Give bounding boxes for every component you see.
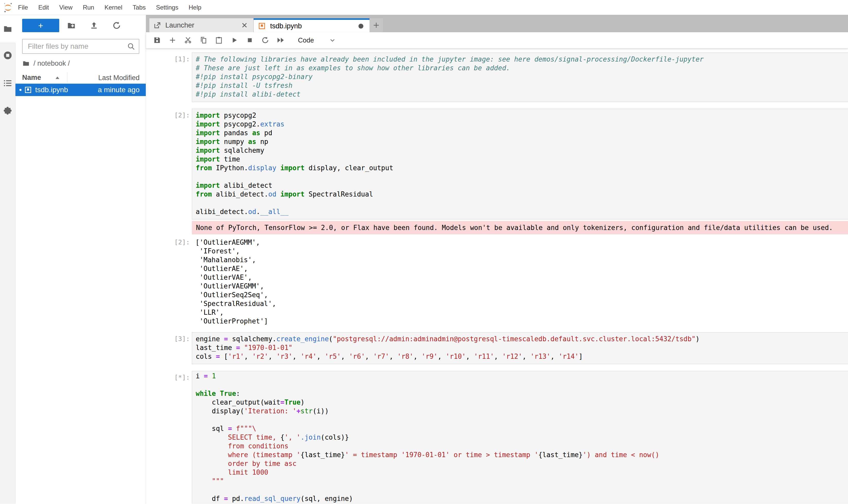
code-line bbox=[196, 172, 848, 181]
output-text: ['OutlierAEGMM', 'IForest', 'Mahalanobis… bbox=[192, 238, 848, 325]
code-line bbox=[196, 199, 848, 207]
stop-circle-icon[interactable] bbox=[3, 51, 13, 60]
output-line: 'OutlierSeq2Seq', bbox=[196, 290, 848, 299]
folder-icon[interactable] bbox=[3, 24, 13, 34]
output-line: 'OutlierVAE', bbox=[196, 273, 848, 282]
tab-notebook-tsdb[interactable]: tsdb.ipynb bbox=[254, 18, 369, 32]
input-prompt: [3]: bbox=[146, 332, 192, 364]
file-browser-panel: + bbox=[15, 15, 146, 504]
puzzle-icon[interactable] bbox=[3, 106, 13, 115]
restart-kernel-button[interactable] bbox=[261, 36, 270, 44]
cell-editor[interactable]: import psycopg2import psycopg2.extrasimp… bbox=[192, 109, 848, 219]
dock-tab-bar: Launcher ✕ tsdb.ipynb bbox=[146, 15, 848, 32]
code-line: import psycopg2.extras bbox=[196, 120, 848, 128]
input-prompt: [*]: bbox=[146, 371, 192, 504]
menu-item-help[interactable]: Help bbox=[183, 4, 206, 11]
upload-icon[interactable] bbox=[89, 20, 100, 31]
code-line: df['time'] = pd.to_datetime(df['time']) bbox=[196, 503, 848, 504]
code-line: import alibi_detect bbox=[196, 181, 848, 190]
run-cell-button[interactable] bbox=[230, 36, 239, 44]
plus-icon bbox=[372, 21, 380, 29]
file-list-header: Name Last Modified bbox=[15, 72, 146, 84]
cell-output-row: [2]:['OutlierAEGMM', 'IForest', 'Mahalan… bbox=[146, 238, 848, 325]
breadcrumb-path: / notebook / bbox=[34, 59, 70, 68]
unsaved-changes-dot[interactable] bbox=[359, 24, 363, 29]
menu-item-kernel[interactable]: Kernel bbox=[100, 4, 127, 11]
new-tab-button[interactable] bbox=[369, 18, 383, 32]
breadcrumb[interactable]: / notebook / bbox=[22, 59, 146, 67]
menu-item-settings[interactable]: Settings bbox=[151, 4, 184, 11]
save-button[interactable] bbox=[153, 36, 161, 44]
code-line: alibi_detect.od.__all__ bbox=[196, 207, 848, 216]
output-line: ['OutlierAEGMM', bbox=[196, 238, 848, 247]
paste-cells-button[interactable] bbox=[215, 36, 223, 44]
cell-editor[interactable]: engine = sqlalchemy.create_engine("postg… bbox=[192, 332, 848, 364]
launcher-icon bbox=[154, 21, 161, 29]
code-line: i = 1 bbox=[196, 372, 848, 380]
output-line: 'IForest', bbox=[196, 247, 848, 255]
cell-editor[interactable]: # The following libraries have already b… bbox=[192, 53, 848, 102]
cell-type-dropdown[interactable]: Code bbox=[298, 36, 336, 44]
new-folder-icon[interactable] bbox=[66, 20, 77, 31]
stop-kernel-button[interactable] bbox=[246, 36, 254, 44]
file-filter-input[interactable] bbox=[22, 39, 139, 54]
tab-label: Launcher bbox=[165, 21, 194, 29]
input-prompt: [1]: bbox=[146, 53, 192, 102]
tab-label: tsdb.ipynb bbox=[270, 22, 302, 30]
menu-item-view[interactable]: View bbox=[54, 4, 78, 11]
column-header-modified[interactable]: Last Modified bbox=[68, 72, 146, 84]
output-prompt: [2]: bbox=[146, 238, 192, 325]
search-icon bbox=[127, 42, 136, 51]
output-line: 'Mahalanobis', bbox=[196, 255, 848, 264]
code-line: engine = sqlalchemy.create_engine("postg… bbox=[196, 335, 848, 343]
cell-editor[interactable]: i = 1while True: clear_output(wait=True)… bbox=[192, 371, 848, 504]
add-cell-button[interactable] bbox=[168, 36, 177, 44]
code-line: display('Iteration: '+str(i)) bbox=[196, 407, 848, 415]
notebook-cells: [1]:# The following libraries have alrea… bbox=[146, 53, 848, 504]
notebook-cell-3: [3]:engine = sqlalchemy.create_engine("p… bbox=[146, 332, 848, 364]
list-icon[interactable] bbox=[3, 78, 13, 88]
code-line: from alibi_detect.od import SpectralResi… bbox=[196, 190, 848, 199]
file-browser-toolbar: + bbox=[15, 19, 146, 32]
code-line: # These are just left in as examples to … bbox=[196, 64, 848, 72]
code-line: while True: bbox=[196, 389, 848, 398]
cut-cells-button[interactable] bbox=[184, 36, 192, 44]
jupyter-logo-icon bbox=[3, 2, 13, 13]
output-line: 'OutlierAE', bbox=[196, 264, 848, 273]
code-line: import psycopg2 bbox=[196, 111, 848, 120]
code-line: from conditions bbox=[196, 442, 848, 450]
output-line: 'OutlierProphet'] bbox=[196, 317, 848, 325]
copy-cells-button[interactable] bbox=[199, 36, 208, 44]
code-line: import sqlalchemy bbox=[196, 146, 848, 155]
menu-item-tabs[interactable]: Tabs bbox=[127, 4, 151, 11]
column-header-name[interactable]: Name bbox=[15, 74, 68, 82]
restart-run-all-button[interactable] bbox=[276, 36, 285, 44]
code-line: import time bbox=[196, 155, 848, 164]
sort-ascending-icon bbox=[55, 76, 60, 80]
output-line: 'LLR', bbox=[196, 308, 848, 317]
menu-item-file[interactable]: File bbox=[13, 4, 33, 11]
refresh-icon[interactable] bbox=[111, 20, 122, 31]
file-modified: a minute ago bbox=[98, 86, 146, 94]
cell-type-value: Code bbox=[298, 36, 314, 44]
stderr-text: None of PyTorch, TensorFlow >= 2.0, or F… bbox=[196, 223, 848, 232]
new-launcher-button[interactable]: + bbox=[22, 19, 59, 32]
notebook-scroll-area[interactable]: [1]:# The following libraries have alrea… bbox=[146, 49, 848, 504]
file-filter-wrap bbox=[22, 39, 139, 54]
code-line: SELECT time, {', '.join(cols)} bbox=[196, 433, 848, 442]
code-line: order by time asc bbox=[196, 459, 848, 468]
code-line bbox=[196, 380, 848, 389]
code-line: cols = ['r1', 'r2', 'r3', 'r4', 'r5', 'r… bbox=[196, 352, 848, 361]
notebook-file-icon bbox=[24, 86, 32, 94]
tab-launcher[interactable]: Launcher ✕ bbox=[149, 18, 254, 32]
code-line bbox=[196, 485, 848, 494]
menu-item-edit[interactable]: Edit bbox=[33, 4, 54, 11]
code-line: """ bbox=[196, 477, 848, 485]
code-line: import numpy as np bbox=[196, 137, 848, 146]
file-row-tsdb[interactable]: • tsdb.ipynb a minute ago bbox=[15, 84, 146, 96]
code-line: sql = f"""\ bbox=[196, 424, 848, 433]
code-line: # The following libraries have already b… bbox=[196, 55, 848, 64]
menu-item-run[interactable]: Run bbox=[78, 4, 100, 11]
output-line: 'OutlierVAEGMM', bbox=[196, 282, 848, 290]
close-icon[interactable]: ✕ bbox=[240, 21, 249, 30]
